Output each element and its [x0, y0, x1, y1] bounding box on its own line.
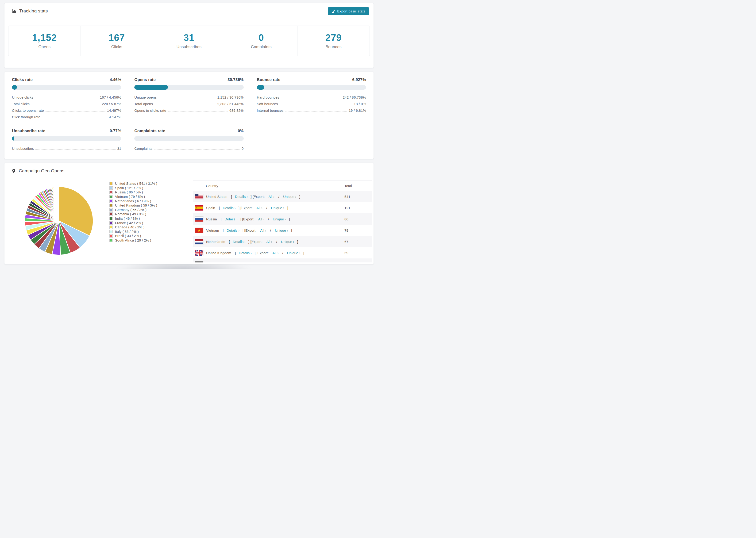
stat-value: 1,152 [32, 32, 57, 43]
rate-block-complaints-rate: Complaints rate0%Complaints0 [134, 129, 243, 151]
rate-row-label: Click through rate [12, 115, 40, 119]
bracket: [ [221, 217, 222, 221]
bracket: ] [Export: [239, 206, 253, 210]
legend-swatch [109, 182, 113, 185]
legend-label: France ( 42 / 2% ) [115, 221, 143, 225]
total-cell: 79 [345, 225, 349, 236]
legend-label: Brazil ( 33 / 2% ) [115, 234, 141, 238]
rate-row-value: 1,152 / 30.736% [217, 95, 243, 99]
details-link[interactable]: Details › [227, 228, 240, 232]
bracket: [ [225, 262, 225, 263]
slash: / [269, 228, 272, 232]
total-cell: 67 [345, 236, 349, 247]
legend-item-united-states: United States ( 541 / 31% ) [109, 182, 157, 186]
rate-value: 0.77% [110, 129, 121, 133]
rate-row-label: Unique clicks [12, 95, 33, 99]
dotted-leader [281, 98, 341, 98]
bracket: ] [Export: [250, 194, 266, 198]
details-link[interactable]: Details › [223, 206, 236, 210]
geo-opens-pie-chart[interactable] [23, 185, 95, 257]
rate-block-unsubscribe-rate: Unsubscribe rate0.77%Unsubscribes31 [12, 129, 121, 151]
bracket: ] [291, 228, 292, 232]
rate-row-value: 167 / 4.456% [100, 95, 121, 99]
rate-row-value: 14.497% [107, 108, 121, 113]
rate-block-header: Bounce rate6.927% [257, 78, 366, 82]
stats-row: 1,152Opens167Clicks31Unsubscribes0Compla… [8, 26, 370, 56]
legend-item-netherlands: Netherlands ( 67 / 4% ) [109, 199, 157, 203]
tracking-stats-card: Tracking stats Export basic stats 1,152O… [4, 3, 374, 68]
details-link[interactable]: Details › [228, 262, 241, 263]
legend-item-france: France ( 42 / 2% ) [109, 221, 157, 225]
export-all-link[interactable]: All › [258, 217, 264, 221]
export-unique-link[interactable]: Unique › [281, 240, 295, 243]
export-all-link[interactable]: All › [269, 194, 275, 198]
slash: / [275, 240, 278, 243]
rate-value: 30.736% [228, 78, 244, 82]
details-link[interactable]: Details › [225, 217, 237, 221]
table-row-de: Germany [Details ›] [Export: All › / Uni… [193, 258, 372, 262]
total-cell: 121 [345, 202, 350, 213]
bracket: [ [223, 228, 224, 232]
rate-progress-fill [12, 85, 17, 90]
table-row-nl: Netherlands [Details ›] [Export: All › /… [193, 236, 372, 247]
legend-item-spain: Spain ( 121 / 7% ) [109, 186, 157, 190]
bracket: ] [Export: [254, 251, 270, 255]
bracket: [ [231, 194, 232, 198]
legend-label: Romania ( 49 / 3% ) [115, 212, 146, 216]
export-all-link[interactable]: All › [266, 240, 272, 243]
rate-row: Hard bounces242 / 86.738% [257, 93, 366, 99]
export-all-link[interactable]: All › [262, 262, 268, 263]
export-all-link[interactable]: All › [272, 251, 279, 255]
bracket: [ [219, 206, 220, 210]
country-cell: Spain [Details ›] [Export: All › / Uniqu… [195, 202, 288, 213]
legend-swatch [109, 190, 113, 194]
rate-row-label: Total opens [134, 102, 153, 106]
details-link[interactable]: Details › [239, 251, 252, 255]
country-cell: United Kingdom [Details ›] [Export: All … [195, 247, 304, 258]
export-all-link[interactable]: All › [260, 228, 266, 232]
legend-label: United Kingdom ( 59 / 3% ) [115, 203, 157, 207]
stat-tile-complaints: 0Complaints [225, 26, 297, 56]
export-all-link[interactable]: All › [256, 206, 262, 210]
rates-card: Clicks rate4.46%Unique clicks167 / 4.456… [4, 72, 374, 159]
export-unique-link[interactable]: Unique › [287, 251, 300, 255]
rate-row: Internal bounces19 / 6.81% [257, 106, 366, 113]
details-link[interactable]: Details › [235, 194, 248, 198]
export-unique-link[interactable]: Unique › [273, 217, 286, 221]
rate-block-clicks-rate: Clicks rate4.46%Unique clicks167 / 4.456… [12, 78, 121, 119]
export-unique-link[interactable]: Unique › [283, 194, 297, 198]
rate-block-header: Clicks rate4.46% [12, 78, 121, 82]
bracket: ] [Export: [240, 217, 255, 221]
stat-label: Bounces [325, 45, 341, 49]
rate-row-label: Unsubscribes [12, 146, 34, 151]
geo-table-header: Country Total [193, 181, 372, 191]
export-unique-link[interactable]: Unique › [277, 262, 290, 263]
tracking-stats-header: Tracking stats Export basic stats [4, 3, 374, 19]
bracket: ] [Export: [248, 240, 263, 243]
table-row-es: Spain [Details ›] [Export: All › / Uniqu… [193, 202, 372, 213]
legend-swatch [109, 226, 113, 229]
rate-row: Opens to clicks rate689.82% [134, 106, 243, 113]
rate-progress-bar [12, 136, 121, 141]
export-unique-link[interactable]: Unique › [271, 206, 284, 210]
rate-row-value: 689.82% [229, 108, 244, 113]
bracket: [ [235, 251, 236, 255]
export-unique-link[interactable]: Unique › [275, 228, 288, 232]
legend-label: Italy ( 36 / 2% ) [115, 230, 139, 234]
stat-tile-clicks: 167Clicks [81, 26, 153, 56]
rate-value: 6.927% [352, 78, 366, 82]
rate-row-value: 19 / 6.81% [349, 108, 366, 113]
legend-swatch [109, 204, 113, 207]
export-basic-stats-button[interactable]: Export basic stats [328, 7, 369, 15]
column-header-country: Country [206, 181, 218, 191]
country-name: Russia [206, 217, 218, 221]
rate-progress-bar [12, 85, 121, 90]
legend-swatch [109, 199, 113, 203]
rate-row-label: Complaints [134, 146, 152, 151]
rate-row: Soft bounces18 / 0% [257, 99, 366, 106]
rate-block-opens-rate: Opens rate30.736%Unique opens1,152 / 30.… [134, 78, 243, 119]
dotted-leader [285, 111, 347, 112]
legend-label: Germany ( 55 / 3% ) [115, 208, 146, 212]
total-cell: 86 [345, 213, 349, 225]
details-link[interactable]: Details › [233, 240, 245, 243]
